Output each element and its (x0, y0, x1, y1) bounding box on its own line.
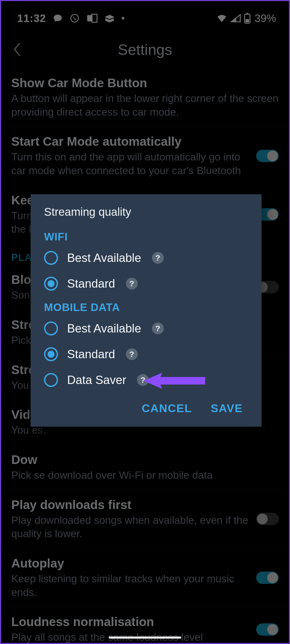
radio-icon (44, 347, 58, 361)
help-icon[interactable]: ? (137, 374, 149, 386)
radio-label: Best Available (67, 251, 141, 265)
radio-wifi-best[interactable]: Best Available ? (31, 245, 262, 271)
radio-label: Standard (67, 277, 115, 290)
radio-icon (44, 251, 58, 265)
dialog-actions: CANCEL SAVE (31, 393, 262, 418)
radio-mobile-datasaver[interactable]: Data Saver ? (31, 367, 262, 393)
radio-icon (44, 321, 58, 335)
dialog-section-mobile: MOBILE DATA (31, 297, 262, 316)
radio-label: Best Available (67, 322, 141, 335)
radio-mobile-best[interactable]: Best Available ? (31, 316, 262, 341)
radio-icon (44, 373, 58, 387)
streaming-quality-dialog: Streaming quality WIFI Best Available ? … (31, 194, 262, 427)
radio-mobile-standard[interactable]: Standard ? (31, 341, 262, 367)
radio-icon (44, 277, 58, 291)
radio-label: Standard (67, 347, 115, 361)
radio-wifi-standard[interactable]: Standard ? (31, 271, 262, 297)
help-icon[interactable]: ? (126, 348, 138, 360)
save-button[interactable]: SAVE (211, 402, 243, 415)
cancel-button[interactable]: CANCEL (142, 402, 192, 415)
help-icon[interactable]: ? (152, 323, 164, 334)
home-indicator[interactable] (109, 636, 181, 639)
help-icon[interactable]: ? (126, 278, 138, 290)
dialog-section-wifi: WIFI (31, 226, 262, 245)
help-icon[interactable]: ? (152, 252, 164, 264)
radio-label: Data Saver (67, 373, 126, 387)
dialog-title: Streaming quality (31, 206, 262, 226)
